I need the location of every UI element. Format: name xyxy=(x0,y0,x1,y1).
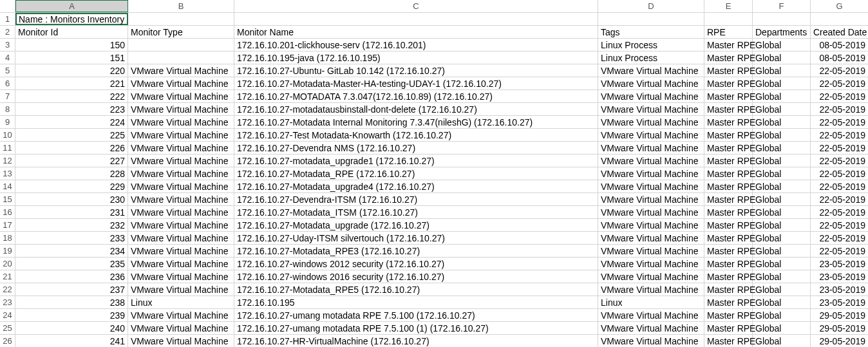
cell-c9[interactable]: 172.16.10.27-Motadata Internal Monitorin… xyxy=(234,116,598,128)
cell-f20[interactable]: Global xyxy=(753,258,811,270)
cell-b15[interactable]: VMware Virtual Machine xyxy=(128,193,234,205)
cell-g5[interactable]: 22-05-2019 xyxy=(811,64,868,77)
cell-b7[interactable]: VMware Virtual Machine xyxy=(128,90,234,102)
cell-f11[interactable]: Global xyxy=(753,142,811,154)
cell-c19[interactable]: 172.16.10.27-Motadata_RPE3 (172.16.10.27… xyxy=(234,245,598,257)
cell-f7[interactable]: Global xyxy=(753,90,811,102)
cell-g8[interactable]: 22-05-2019 xyxy=(811,103,868,115)
cell-a1[interactable]: Name : Monitors Inventory xyxy=(15,13,128,25)
row-header-1[interactable]: 1 xyxy=(0,13,15,25)
column-header-g[interactable]: G xyxy=(811,0,868,12)
cell-c25[interactable]: 172.16.10.27-umang motadata RPE 7.5.100 … xyxy=(234,322,598,334)
cell-g7[interactable]: 22-05-2019 xyxy=(811,90,868,102)
cell-g9[interactable]: 22-05-2019 xyxy=(811,116,868,128)
cell-f4[interactable]: Global xyxy=(753,52,811,64)
cell-c3[interactable]: 172.16.10.201-clickhouse-serv (172.16.10… xyxy=(234,39,598,51)
cell-c17[interactable]: 172.16.10.27-Motadata_upgrade (172.16.10… xyxy=(234,219,598,231)
cell-c2[interactable]: Monitor Name xyxy=(234,26,598,38)
row-header-7[interactable]: 7 xyxy=(0,90,15,102)
cell-a7[interactable]: 222 xyxy=(15,90,128,102)
cell-e26[interactable]: Master RPE xyxy=(704,335,753,347)
row-header-3[interactable]: 3 xyxy=(0,39,15,51)
cell-a25[interactable]: 240 xyxy=(15,322,128,334)
cell-e5[interactable]: Master RPE xyxy=(704,64,753,77)
cell-d20[interactable]: VMware Virtual Machine xyxy=(598,258,704,270)
cell-b25[interactable]: VMware Virtual Machine xyxy=(128,322,234,334)
cell-d8[interactable]: VMware Virtual Machine xyxy=(598,103,704,115)
cell-a4[interactable]: 151 xyxy=(15,52,128,64)
cell-c13[interactable]: 172.16.10.27-Motadata_RPE (172.16.10.27) xyxy=(234,167,598,180)
row-header-24[interactable]: 24 xyxy=(0,309,15,321)
cell-a13[interactable]: 228 xyxy=(15,167,128,180)
cell-g16[interactable]: 22-05-2019 xyxy=(811,206,868,218)
cell-e20[interactable]: Master RPE xyxy=(704,258,753,270)
cell-c15[interactable]: 172.16.10.27-Devendra-ITSM (172.16.10.27… xyxy=(234,193,598,205)
cell-f12[interactable]: Global xyxy=(753,155,811,167)
cell-f6[interactable]: Global xyxy=(753,77,811,89)
cell-e17[interactable]: Master RPE xyxy=(704,219,753,231)
cell-b11[interactable]: VMware Virtual Machine xyxy=(128,142,234,154)
row-header-2[interactable]: 2 xyxy=(0,26,15,38)
cell-a12[interactable]: 227 xyxy=(15,155,128,167)
cell-b16[interactable]: VMware Virtual Machine xyxy=(128,206,234,218)
cell-b21[interactable]: VMware Virtual Machine xyxy=(128,270,234,283)
row-header-23[interactable]: 23 xyxy=(0,296,15,308)
row-header-17[interactable]: 17 xyxy=(0,219,15,231)
cell-g2[interactable]: Created Date xyxy=(811,26,868,38)
cell-f21[interactable]: Global xyxy=(753,270,811,283)
cell-d26[interactable]: VMware Virtual Machine xyxy=(598,335,704,347)
cell-g18[interactable]: 22-05-2019 xyxy=(811,232,868,244)
cell-d3[interactable]: Linux Process xyxy=(598,39,704,51)
cell-c24[interactable]: 172.16.10.27-umang motadata RPE 7.5.100 … xyxy=(234,309,598,321)
cell-d15[interactable]: VMware Virtual Machine xyxy=(598,193,704,205)
column-header-e[interactable]: E xyxy=(704,0,753,12)
cell-d25[interactable]: VMware Virtual Machine xyxy=(598,322,704,334)
cell-e1[interactable] xyxy=(704,13,753,25)
cell-c11[interactable]: 172.16.10.27-Devendra NMS (172.16.10.27) xyxy=(234,142,598,154)
cell-g1[interactable] xyxy=(811,13,868,25)
cell-f19[interactable]: Global xyxy=(753,245,811,257)
cell-e16[interactable]: Master RPE xyxy=(704,206,753,218)
cell-b26[interactable]: VMware Virtual Machine xyxy=(128,335,234,347)
cell-b10[interactable]: VMware Virtual Machine xyxy=(128,129,234,141)
cell-e19[interactable]: Master RPE xyxy=(704,245,753,257)
cell-g25[interactable]: 29-05-2019 xyxy=(811,322,868,334)
cell-e21[interactable]: Master RPE xyxy=(704,270,753,283)
cell-e23[interactable]: Master RPE xyxy=(704,296,753,308)
cell-a24[interactable]: 239 xyxy=(15,309,128,321)
cell-d6[interactable]: VMware Virtual Machine xyxy=(598,77,704,89)
cell-d9[interactable]: VMware Virtual Machine xyxy=(598,116,704,128)
cell-f18[interactable]: Global xyxy=(753,232,811,244)
cell-c16[interactable]: 172.16.10.27-Motadata_ITSM (172.16.10.27… xyxy=(234,206,598,218)
cell-a15[interactable]: 230 xyxy=(15,193,128,205)
cell-a20[interactable]: 235 xyxy=(15,258,128,270)
cell-g26[interactable]: 29-05-2019 xyxy=(811,335,868,347)
cell-f16[interactable]: Global xyxy=(753,206,811,218)
cell-e7[interactable]: Master RPE xyxy=(704,90,753,102)
cell-e9[interactable]: Master RPE xyxy=(704,116,753,128)
row-header-21[interactable]: 21 xyxy=(0,270,15,283)
row-header-4[interactable]: 4 xyxy=(0,52,15,64)
cell-b13[interactable]: VMware Virtual Machine xyxy=(128,167,234,180)
cell-g15[interactable]: 22-05-2019 xyxy=(811,193,868,205)
cell-b23[interactable]: Linux xyxy=(128,296,234,308)
row-header-14[interactable]: 14 xyxy=(0,180,15,192)
cell-d4[interactable]: Linux Process xyxy=(598,52,704,64)
cell-a11[interactable]: 226 xyxy=(15,142,128,154)
row-header-6[interactable]: 6 xyxy=(0,77,15,89)
cell-e15[interactable]: Master RPE xyxy=(704,193,753,205)
cell-b19[interactable]: VMware Virtual Machine xyxy=(128,245,234,257)
row-header-13[interactable]: 13 xyxy=(0,167,15,180)
cell-e25[interactable]: Master RPE xyxy=(704,322,753,334)
row-header-12[interactable]: 12 xyxy=(0,155,15,167)
cell-f25[interactable]: Global xyxy=(753,322,811,334)
cell-c21[interactable]: 172.16.10.27-windows 2016 security (172.… xyxy=(234,270,598,283)
cell-d21[interactable]: VMware Virtual Machine xyxy=(598,270,704,283)
cell-e14[interactable]: Master RPE xyxy=(704,180,753,192)
cell-g13[interactable]: 22-05-2019 xyxy=(811,167,868,180)
cell-d18[interactable]: VMware Virtual Machine xyxy=(598,232,704,244)
cell-g12[interactable]: 22-05-2019 xyxy=(811,155,868,167)
cell-a14[interactable]: 229 xyxy=(15,180,128,192)
cell-f3[interactable]: Global xyxy=(753,39,811,51)
column-header-c[interactable]: C xyxy=(234,0,598,12)
